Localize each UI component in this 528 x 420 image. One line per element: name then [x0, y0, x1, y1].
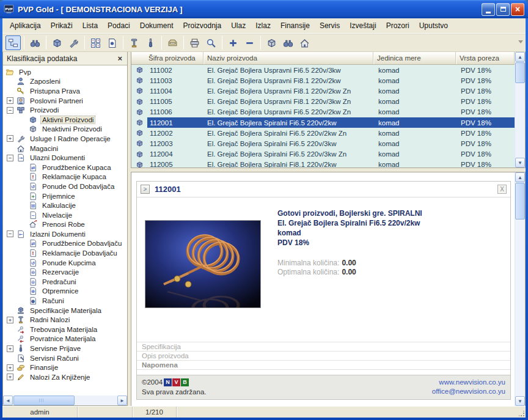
tree-item-reklamacije-kupaca[interactable]: !Reklamacije Kupaca [3, 172, 127, 182]
tree-item-nivelacije[interactable]: ~Nivelacije [3, 210, 127, 220]
menu-dokument[interactable]: Dokument [135, 20, 178, 32]
table-row-111003[interactable]: 111003El. Grejač Bojlera Uspravni Fi8.1 … [131, 75, 515, 86]
scrollbar-track[interactable] [75, 396, 117, 405]
table-row-112004[interactable]: 112004El. Grejač Bojlera Spiralni Fi6.5 … [131, 149, 515, 160]
tree-item-servisne-prijave[interactable]: +Servisne Prijave [3, 344, 127, 353]
column-header-code[interactable]: Šifra proizvoda [131, 52, 204, 64]
detail-expand-button[interactable]: > [141, 185, 150, 194]
menu-proizvodnja[interactable]: Proizvodnja [178, 20, 226, 32]
expander-plus-icon[interactable]: + [7, 374, 13, 380]
expander-minus-icon[interactable]: − [7, 230, 13, 237]
menu-izlaz[interactable]: Izlaz [251, 20, 276, 32]
resize-grip[interactable] [516, 407, 526, 418]
scroll-down-icon[interactable]: ▼ [515, 158, 525, 168]
scroll-right-icon[interactable]: ► [117, 396, 127, 405]
tree-item-usluge-i-radne-operacije[interactable]: +Usluge I Radne Operacije [3, 134, 127, 144]
section-specifikacija[interactable]: Specifikacija [137, 342, 510, 351]
table-row-111005[interactable]: 111005El. Grejač Bojlera Uspravni Fi8.1 … [131, 97, 515, 107]
tree-item-porud-benice-dobavlja-u[interactable]: ⇄Porudžbenice Dobavljaču [3, 239, 127, 249]
column-header-unit[interactable]: Jedinica mere [373, 52, 456, 64]
scrollbar-thumb[interactable] [515, 62, 525, 83]
remove-button[interactable] [242, 35, 257, 50]
tree-item-kalkulacije[interactable]: ⊞Kalkulacije [3, 201, 127, 210]
table-row-112002[interactable]: 112002El. Grejač Bojlera Spiralni Fi6.5 … [131, 128, 515, 138]
section-napomena[interactable]: Napomena [137, 360, 510, 370]
section-opis-proizvoda[interactable]: Opis proizvoda [137, 351, 510, 360]
detail-close-button[interactable]: X [497, 185, 507, 194]
tree-horizontal-scrollbar[interactable]: ◄ ► [3, 396, 127, 405]
scrollbar-thumb[interactable] [515, 183, 525, 219]
column-header-name[interactable]: Naziv proizvoda [204, 52, 373, 64]
menu-izve-taji[interactable]: Izveštaji [345, 20, 381, 32]
menu-aplikacija[interactable]: Aplikacija [5, 20, 46, 32]
tree-item-ulazni-dokumenti[interactable]: −→Ulazni Dokumenti [3, 153, 127, 163]
close-button[interactable]: × [511, 3, 524, 16]
tree-item-proizvodi[interactable]: −Proizvodi [3, 105, 127, 115]
tree-item-predra-uni[interactable]: ⊙Predračuni [3, 277, 127, 287]
menu-servis[interactable]: Servis [315, 20, 345, 32]
toolbar-overflow-icon[interactable] [518, 40, 523, 43]
tree-item-izlazni-dokumenti[interactable]: −←Izlazni Dokumenti [3, 229, 127, 239]
menu-uputstvo[interactable]: Uputstvo [414, 20, 453, 32]
maximize-button[interactable] [496, 3, 510, 16]
add-button[interactable] [226, 35, 241, 50]
table-vertical-scrollbar[interactable]: ▲ ▼ [515, 52, 525, 168]
tree-item-servisni-ra-uni[interactable]: Servisni Računi [3, 353, 127, 363]
tree-item-neaktivni-proizvodi[interactable]: Neaktivni Proizvodi [3, 125, 127, 134]
print-preview-button[interactable] [204, 35, 219, 50]
tree-item-nalozi-za-knji-enje[interactable]: +Nalozi Za Knjiženje [3, 372, 127, 382]
minimize-button[interactable] [482, 3, 495, 16]
register-button[interactable] [165, 35, 180, 50]
tree-item-pristupna-prava[interactable]: Pristupna Prava [3, 86, 127, 96]
tree-item-ponude-od-dobavlja-a[interactable]: ↺Ponude Od Dobavljača [3, 182, 127, 191]
tree-item-porud-benice-kupaca[interactable]: ⇄Porudžbenice Kupaca [3, 163, 127, 172]
find-button[interactable] [280, 35, 296, 50]
menu-lista[interactable]: Lista [78, 20, 103, 32]
classification-tree-button[interactable] [6, 35, 21, 50]
email-link[interactable]: office@newvision.co.yu [432, 387, 505, 396]
tree-item-ra-uni[interactable]: ●Računi [3, 296, 127, 306]
services-button[interactable] [66, 35, 81, 50]
table-row-111006[interactable]: 111006El. Grejač Bojlera Uspravni Fi6.5 … [131, 107, 515, 117]
tree-item-ponude-kupcima[interactable]: ↺Ponude Kupcima [3, 258, 127, 268]
expander-plus-icon[interactable]: + [7, 97, 13, 104]
table-row-111004[interactable]: 111004El. Grejač Bojlera Uspravni Fi8.1 … [131, 86, 515, 96]
expander-plus-icon[interactable]: + [7, 364, 13, 371]
column-header-tax[interactable]: Vrsta poreza [456, 52, 515, 64]
expander-plus-icon[interactable]: + [7, 345, 13, 352]
tree-item-radni-nalozi[interactable]: +Radni Nalozi [3, 315, 127, 325]
products-button[interactable] [50, 35, 65, 50]
tree-item-trebovanja-materijala[interactable]: Trebovanja Materijala [3, 325, 127, 334]
tree-item-prenosi-robe[interactable]: Prenosi Robe [3, 220, 127, 230]
tree-item-specifikacije-materijala[interactable]: Specifikacije Materijala [3, 306, 127, 315]
scroll-up-icon[interactable]: ▲ [515, 52, 525, 62]
tree-item-rezervacije[interactable]: ⊖Rezervacije [3, 267, 127, 277]
search-button[interactable] [28, 35, 43, 50]
scroll-up-icon[interactable]: ▲ [515, 172, 525, 182]
menu-ulaz[interactable]: Ulaz [226, 20, 251, 32]
tree-item-prijemnice[interactable]: +Prijemnice [3, 191, 127, 201]
website-link[interactable]: www.newvision.co.yu [432, 378, 505, 387]
tree-item-reklamacije-dobavlja-u[interactable]: !Reklamacije Dobavljaču [3, 248, 127, 258]
table-row-112005[interactable]: 112005El. Grejač Bojlera Spiralni Fi8.1 … [131, 160, 515, 168]
menu-prozori[interactable]: Prozori [381, 20, 414, 32]
menu-finansije[interactable]: Finansije [276, 20, 315, 32]
expander-plus-icon[interactable]: + [7, 135, 13, 142]
expander-minus-icon[interactable]: − [7, 155, 13, 161]
scroll-left-icon[interactable]: ◄ [3, 396, 13, 405]
scrollbar-track[interactable] [515, 220, 525, 396]
tree-item-zaposleni[interactable]: Zaposleni [3, 77, 127, 87]
work-orders-button[interactable] [127, 35, 142, 50]
tree-item-aktivni-proizvodi[interactable]: Aktivni Proizvodi [3, 115, 127, 125]
expander-minus-icon[interactable]: − [7, 107, 13, 114]
documents-button[interactable] [105, 35, 120, 50]
print-button[interactable] [187, 35, 202, 50]
table-row-112001[interactable]: 112001El. Grejač Bojlera Spiralni Fi6.5 … [131, 117, 515, 128]
table-row-111002[interactable]: 111002El. Grejač Bojlera Uspravni Fi6.5 … [131, 65, 515, 75]
scroll-down-icon[interactable]: ▼ [515, 396, 525, 406]
expander-plus-icon[interactable]: + [7, 317, 13, 323]
tree-item-magacini[interactable]: Magacini [3, 144, 127, 153]
tree-item-finansije[interactable]: +Finansije [3, 363, 127, 372]
table-row-112003[interactable]: 112003El. Grejač Bojlera Spiralni Fi6.5 … [131, 138, 515, 149]
panel-close-icon[interactable]: × [116, 54, 123, 63]
